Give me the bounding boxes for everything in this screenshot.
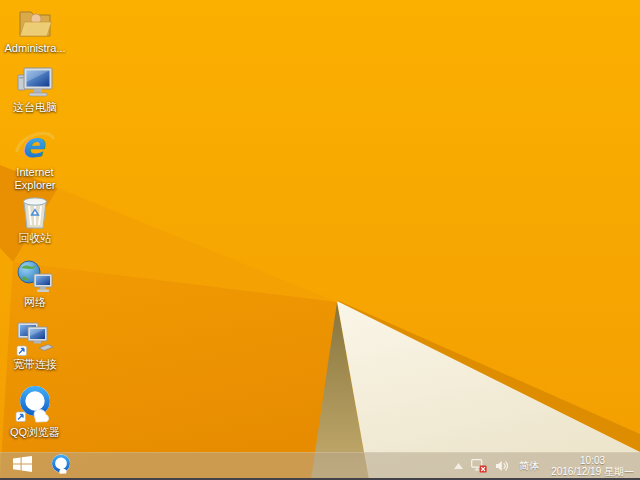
desktop-icon-label: Internet Explorer <box>4 166 66 191</box>
desktop-icon-label: 宽带连接 <box>13 358 57 371</box>
volume-icon[interactable] <box>495 460 509 472</box>
ime-indicator[interactable]: 简体 <box>517 459 541 473</box>
qq-browser-icon <box>14 384 56 424</box>
desktop-icon-label: 网络 <box>24 296 46 309</box>
windows-logo-icon <box>13 456 32 476</box>
desktop-icon-network[interactable]: 网络 <box>3 258 67 309</box>
desktop-icon-label: 这台电脑 <box>13 101 57 114</box>
desktop-icon-label: 回收站 <box>19 232 52 245</box>
computer-icon <box>17 63 53 99</box>
desktop-icon-label: QQ浏览器 <box>10 426 60 439</box>
desktop-icon-recycle-bin[interactable]: 回收站 <box>3 194 67 245</box>
show-hidden-icons-button[interactable] <box>454 463 463 469</box>
internet-explorer-icon: e <box>15 126 55 164</box>
network-globe-icon <box>17 258 53 294</box>
qq-browser-icon <box>49 452 73 480</box>
desktop-icon-this-pc[interactable]: 这台电脑 <box>3 63 67 114</box>
taskbar-clock[interactable]: 10:03 2016/12/19 星期一 <box>549 455 634 477</box>
system-tray: 简体 10:03 2016/12/19 星期一 <box>454 453 640 478</box>
wallpaper <box>0 0 640 480</box>
taskbar-pinned-qq-browser[interactable] <box>48 454 74 478</box>
desktop-icon-label: Administra... <box>4 42 65 55</box>
svg-text:e: e <box>21 126 46 164</box>
chevron-up-icon <box>454 463 463 469</box>
broadband-connection-icon <box>16 320 54 356</box>
desktop-icon-broadband[interactable]: 宽带连接 <box>3 320 67 371</box>
recycle-bin-icon <box>20 194 50 230</box>
clock-date: 2016/12/19 星期一 <box>551 466 634 477</box>
desktop-icon-qq-browser[interactable]: QQ浏览器 <box>3 384 67 439</box>
start-button[interactable] <box>9 455 35 477</box>
desktop-icon-administrator[interactable]: Administra... <box>3 4 67 55</box>
user-folder-icon <box>17 4 53 40</box>
taskbar: 简体 10:03 2016/12/19 星期一 <box>0 452 640 478</box>
desktop-screen: Administra... 这台电脑 <box>0 0 640 480</box>
desktop-icon-internet-explorer[interactable]: e Internet Explorer <box>3 126 67 191</box>
clock-time: 10:03 <box>551 455 634 466</box>
network-status-icon[interactable] <box>471 459 487 473</box>
